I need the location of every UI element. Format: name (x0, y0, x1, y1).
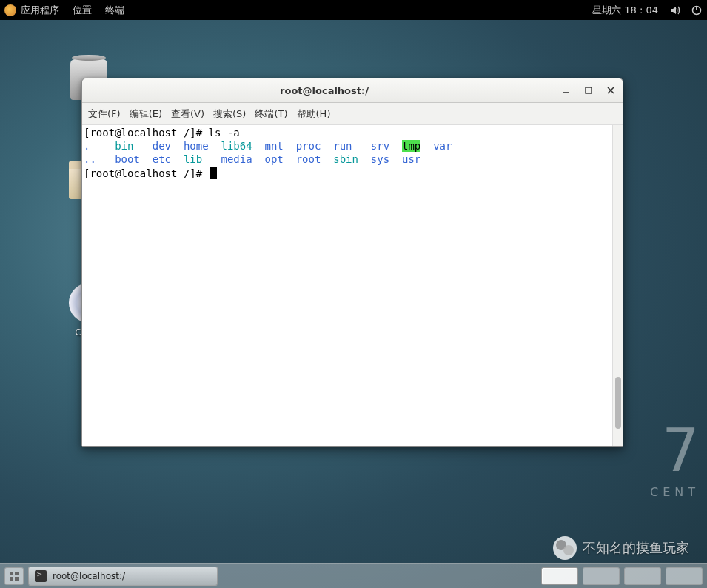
cursor (210, 167, 217, 179)
workspace-3[interactable] (624, 567, 661, 585)
centos-version: 7 (650, 416, 700, 485)
svg-rect-6 (10, 572, 13, 575)
top-panel: 应用程序 位置 终端 星期六 18 : 04 (0, 0, 707, 20)
menu-search[interactable]: 搜索(S) (213, 107, 246, 121)
close-button[interactable] (605, 84, 617, 96)
ls-output-row-2: .. boot etc lib media opt root sbin sys … (84, 153, 621, 166)
centos-brand: 7 CENT (650, 416, 700, 499)
centos-name: CENT (650, 485, 700, 499)
svg-rect-7 (15, 572, 19, 575)
ls-output-row-1: . bin dev home lib64 mnt proc run srv tm… (84, 139, 621, 153)
workspace-4[interactable] (666, 567, 703, 585)
menu-applications[interactable]: 应用程序 (21, 4, 59, 17)
menu-file[interactable]: 文件(F) (88, 107, 121, 121)
prompt-line-1: [root@localhost /]# ls -a (84, 126, 621, 139)
scrollbar[interactable] (612, 125, 623, 446)
bottom-panel: root@localhost:/ (0, 563, 707, 588)
show-desktop-button[interactable] (4, 567, 24, 585)
menu-terminal-tab[interactable]: 终端(T) (255, 107, 287, 121)
minimize-button[interactable] (560, 84, 572, 96)
titlebar[interactable]: root@localhost:/ (82, 78, 623, 103)
wechat-icon (553, 536, 577, 560)
maximize-button[interactable] (583, 84, 594, 96)
clock[interactable]: 星期六 18 : 04 (592, 4, 658, 17)
distro-logo-icon (4, 4, 16, 16)
svg-rect-8 (10, 577, 13, 581)
menu-edit[interactable]: 编辑(E) (130, 107, 162, 121)
scrollbar-thumb[interactable] (615, 377, 621, 429)
watermark: 不知名的摸鱼玩家 (553, 536, 689, 560)
menu-places[interactable]: 位置 (73, 4, 92, 17)
menubar: 文件(F) 编辑(E) 查看(V) 搜索(S) 终端(T) 帮助(H) (82, 103, 623, 125)
menu-help[interactable]: 帮助(H) (297, 107, 331, 121)
power-icon[interactable] (691, 4, 703, 16)
taskbar-item-terminal[interactable]: root@localhost:/ (28, 567, 218, 586)
menu-view[interactable]: 查看(V) (171, 107, 204, 121)
workspace-2[interactable] (583, 567, 620, 585)
terminal-body[interactable]: [root@localhost /]# ls -a . bin dev home… (82, 125, 623, 446)
taskbar-item-label: root@localhost:/ (53, 571, 125, 581)
svg-rect-9 (15, 577, 19, 581)
volume-icon[interactable] (669, 4, 680, 16)
watermark-text: 不知名的摸鱼玩家 (583, 539, 689, 557)
svg-rect-3 (586, 87, 592, 93)
prompt-line-2: [root@localhost /]# (84, 167, 621, 180)
terminal-window: root@localhost:/ 文件(F) 编辑(E) 查看(V) 搜索(S)… (81, 78, 623, 447)
terminal-icon (35, 570, 47, 582)
workspace-1[interactable] (541, 567, 578, 585)
menu-terminal[interactable]: 终端 (105, 4, 124, 17)
window-title: root@localhost:/ (88, 85, 560, 96)
